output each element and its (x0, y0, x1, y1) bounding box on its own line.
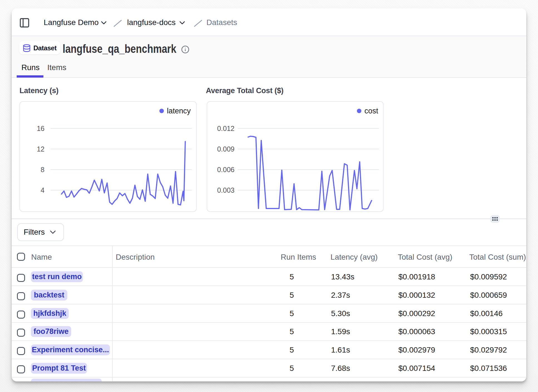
svg-text:0.006: 0.006 (217, 166, 235, 173)
svg-text:cost: cost (364, 107, 378, 115)
svg-text:8: 8 (41, 166, 45, 173)
svg-text:0.009: 0.009 (217, 145, 235, 153)
svg-text:0.012: 0.012 (217, 125, 235, 132)
svg-text:16: 16 (37, 125, 45, 132)
svg-text:0.003: 0.003 (217, 186, 235, 194)
svg-text:latency: latency (167, 107, 191, 115)
svg-text:12: 12 (37, 145, 45, 153)
svg-text:4: 4 (41, 186, 45, 194)
